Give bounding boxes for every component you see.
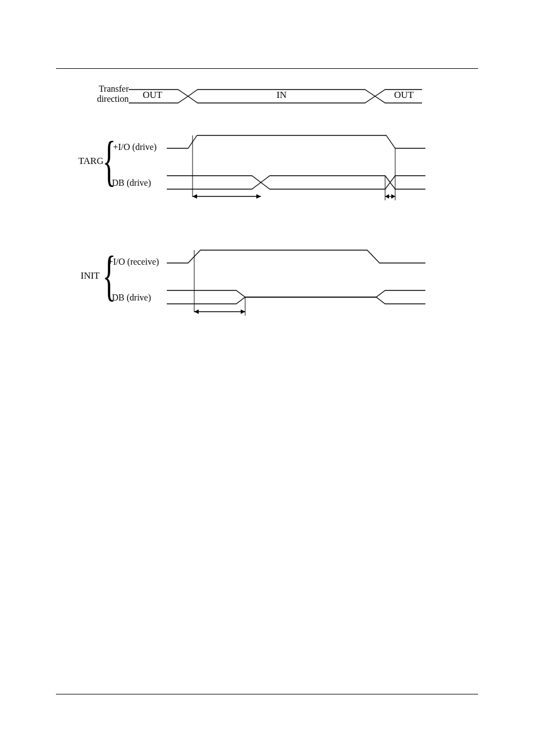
state-out-1: OUT bbox=[143, 90, 162, 101]
init-io-wave bbox=[167, 250, 425, 263]
targ-io-wave bbox=[167, 135, 425, 148]
targ-db-bottom bbox=[167, 182, 425, 189]
init-sig2: DB (drive) bbox=[112, 293, 151, 303]
header-rule bbox=[56, 68, 478, 69]
transfer-bottom bbox=[129, 96, 422, 103]
init-label: INIT bbox=[81, 270, 100, 281]
targ-sig2: DB (drive) bbox=[112, 178, 151, 188]
init-db-top bbox=[167, 290, 425, 297]
init-db-bottom bbox=[167, 297, 425, 304]
transfer-label-2: direction bbox=[90, 94, 129, 104]
diagram-svg bbox=[56, 78, 487, 347]
targ-sig1: +I/O (drive) bbox=[113, 142, 157, 152]
footer-rule bbox=[56, 694, 478, 694]
transfer-top bbox=[129, 90, 422, 96]
init-dim-1-arrl bbox=[194, 309, 199, 314]
targ-dim-1-arrr bbox=[256, 194, 261, 199]
init-dim-1-arrr bbox=[241, 309, 245, 314]
targ-label: TARG bbox=[78, 156, 104, 167]
transfer-label-1: Transfer bbox=[90, 84, 129, 94]
state-out-2: OUT bbox=[394, 90, 414, 101]
targ-dim-2-arrr bbox=[391, 194, 395, 199]
page: Transfer direction OUT IN OUT TARG { +I/… bbox=[0, 0, 534, 756]
targ-db-top bbox=[167, 176, 425, 182]
timing-diagram: Transfer direction OUT IN OUT TARG { +I/… bbox=[56, 78, 487, 358]
state-in: IN bbox=[277, 90, 287, 101]
init-sig1: +I/O (receive) bbox=[108, 257, 159, 267]
targ-dim-1-arrl bbox=[193, 194, 197, 199]
targ-dim-2-arrl bbox=[385, 194, 389, 199]
